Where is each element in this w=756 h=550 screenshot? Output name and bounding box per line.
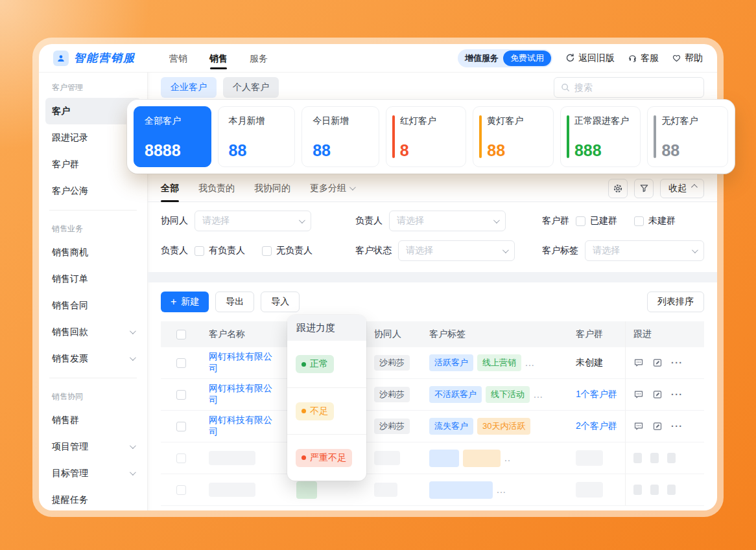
sidebar-item-sales-contracts[interactable]: 销售合同 <box>45 292 141 319</box>
row-checkbox[interactable] <box>176 485 186 495</box>
search-input[interactable] <box>574 82 697 93</box>
orange-dot-icon <box>301 409 306 413</box>
settings-button[interactable] <box>608 179 628 198</box>
filter-panel: 协同人 请选择 负责人 请选择 客户群 <box>148 202 717 272</box>
edit-note-icon[interactable] <box>652 358 663 368</box>
tab-personal-customers[interactable]: 个人客户 <box>223 77 279 98</box>
free-trial-button[interactable]: 免费试用 <box>503 51 551 66</box>
effort-option-normal[interactable]: 正常 <box>287 341 366 387</box>
sidebar-item-customers[interactable]: 客户 <box>45 98 141 124</box>
sidebar-item-customer-groups[interactable]: 客户群 <box>45 151 141 178</box>
customer-tag: 不活跃客户 <box>429 386 482 403</box>
skeleton-block <box>296 481 317 499</box>
row-checkbox[interactable] <box>176 390 186 400</box>
sidebar-item-followup-records[interactable]: 跟进记录 <box>45 124 141 151</box>
stat-card-new-this-month[interactable]: 本月新增 88 <box>218 106 296 167</box>
checkbox-no-owner[interactable]: 无负责人 <box>262 245 313 257</box>
sidebar-item-sales-group[interactable]: 销售群 <box>45 407 141 433</box>
group-link[interactable]: 2个客户群 <box>576 420 617 432</box>
create-button[interactable]: + 新建 <box>161 292 209 312</box>
back-to-old-version-button[interactable]: 返回旧版 <box>565 52 615 64</box>
edit-note-icon[interactable] <box>652 389 663 400</box>
effort-option-severely-insufficient[interactable]: 严重不足 <box>287 434 366 481</box>
chevron-up-icon <box>691 184 698 190</box>
search-box[interactable] <box>554 77 704 98</box>
sidebar-item-sales-invoices[interactable]: 销售发票 <box>45 345 141 372</box>
owner-select[interactable]: 请选择 <box>389 211 506 231</box>
headset-icon <box>628 53 637 63</box>
sidebar-section-sales-business: 销售业务 <box>39 216 147 239</box>
row-more-button[interactable]: ··· <box>671 421 683 431</box>
table-header-row: 客户名称 协同人 客户标签 客户群 跟进 <box>161 321 704 347</box>
skeleton-block <box>429 481 493 499</box>
checkbox-has-owner[interactable]: 有负责人 <box>195 245 245 257</box>
checkbox-group-not-created[interactable]: 未建群 <box>634 215 676 227</box>
sidebar-item-project-mgmt[interactable]: 项目管理 <box>45 433 141 460</box>
group-link[interactable]: 1个客户群 <box>576 389 617 400</box>
customer-name-link[interactable]: 网钉科技有限公司 <box>209 415 281 438</box>
export-button[interactable]: 导出 <box>215 292 254 312</box>
edit-note-icon[interactable] <box>652 421 663 431</box>
search-icon <box>561 83 570 92</box>
row-checkbox[interactable] <box>176 358 186 368</box>
nav-marketing[interactable]: 营销 <box>169 44 187 73</box>
row-more-button[interactable]: ··· <box>671 389 683 400</box>
tags-ellipsis: ... <box>534 389 543 400</box>
stat-card-red-light[interactable]: 红灯客户 8 <box>386 106 467 167</box>
red-dot-icon <box>301 455 306 460</box>
sidebar-item-sales-orders[interactable]: 销售订单 <box>45 266 141 292</box>
group-tab-my-collab[interactable]: 我协同的 <box>254 175 290 202</box>
effort-option-insufficient[interactable]: 不足 <box>287 387 366 434</box>
list-sort-button[interactable]: 列表排序 <box>647 292 704 312</box>
customer-name-link[interactable]: 网钉科技有限公司 <box>209 383 281 406</box>
import-button[interactable]: 导入 <box>261 292 300 312</box>
collaborator-chip: 沙莉莎 <box>374 355 410 371</box>
stat-card-no-light[interactable]: 无灯客户 88 <box>647 106 728 167</box>
stat-card-new-today[interactable]: 今日新增 88 <box>301 106 379 167</box>
skeleton-icon <box>633 485 642 495</box>
chevron-down-icon <box>130 328 136 334</box>
tab-enterprise-customers[interactable]: 企业客户 <box>161 77 217 98</box>
group-tab-more-groups[interactable]: 更多分组 <box>310 175 354 202</box>
filter-button[interactable] <box>634 179 654 198</box>
tag-select[interactable]: 请选择 <box>585 240 704 261</box>
owner-filter-label: 负责人 <box>355 215 383 227</box>
customer-service-button[interactable]: 客服 <box>628 52 659 64</box>
stat-card-all-customers[interactable]: 全部客户 8888 <box>134 106 211 167</box>
group-tab-my-owned[interactable]: 我负责的 <box>198 175 235 202</box>
row-checkbox[interactable] <box>176 453 186 463</box>
comment-icon[interactable] <box>633 389 644 400</box>
skeleton-block <box>209 451 255 465</box>
checkbox-group-created[interactable]: 已建群 <box>576 215 617 227</box>
help-button[interactable]: 帮助 <box>672 52 703 64</box>
customer-name-link[interactable]: 网钉科技有限公司 <box>209 351 281 374</box>
sidebar-item-sales-opportunities[interactable]: 销售商机 <box>45 239 141 266</box>
chevron-down-icon <box>502 247 509 253</box>
row-more-button[interactable]: ··· <box>671 358 683 368</box>
col-customer-name: 客户名称 <box>201 321 289 347</box>
sidebar-item-customer-pool[interactable]: 客户公海 <box>45 178 141 204</box>
comment-icon[interactable] <box>633 421 644 431</box>
collapse-button[interactable]: 收起 <box>660 179 704 198</box>
nav-service[interactable]: 服务 <box>250 44 268 73</box>
row-checkbox[interactable] <box>176 422 186 431</box>
sidebar-item-sales-payments[interactable]: 销售回款 <box>45 319 141 345</box>
nav-sales[interactable]: 销售 <box>209 44 228 73</box>
sidebar-item-reminder-tasks[interactable]: 提醒任务 <box>45 487 141 510</box>
sidebar-section-customer-mgmt: 客户管理 <box>39 75 147 98</box>
collaborator-select[interactable]: 请选择 <box>195 211 311 231</box>
status-select[interactable]: 请选择 <box>398 240 515 261</box>
group-tab-all[interactable]: 全部 <box>161 175 179 202</box>
app-logo: 智能营销服 <box>53 51 136 66</box>
stat-card-normal-followup[interactable]: 正常跟进客户 888 <box>560 106 641 167</box>
popup-title: 跟进力度 <box>287 315 366 341</box>
sidebar-item-goal-mgmt[interactable]: 目标管理 <box>45 460 141 487</box>
chevron-down-icon <box>130 354 136 361</box>
skeleton-icon <box>633 453 642 463</box>
value-added-service-pill[interactable]: 增值服务 免费试用 <box>458 49 552 67</box>
stat-card-yellow-light[interactable]: 黄灯客户 88 <box>473 106 554 167</box>
comment-icon[interactable] <box>633 358 644 368</box>
skeleton-block <box>576 482 603 498</box>
sidebar-divider <box>49 378 137 378</box>
select-all-checkbox[interactable] <box>176 330 186 339</box>
